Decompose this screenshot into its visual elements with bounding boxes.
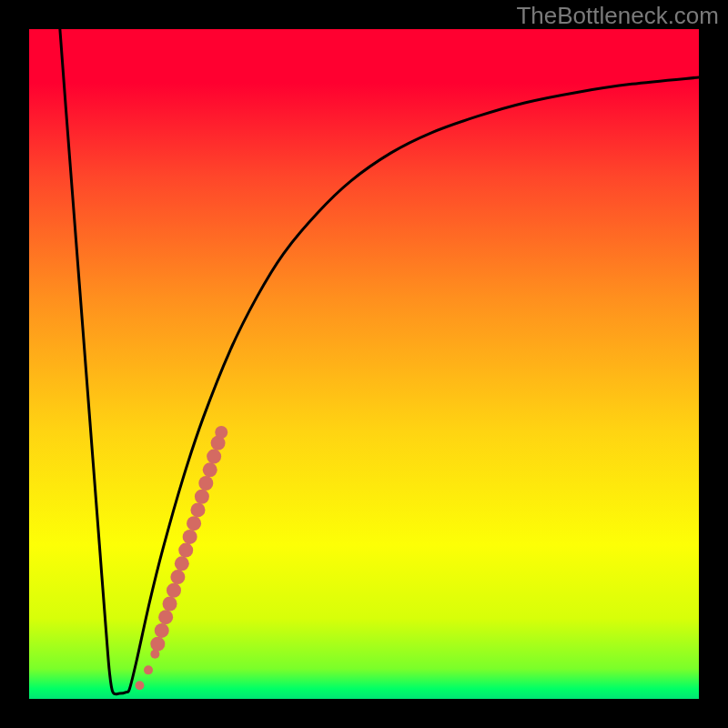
marker-point bbox=[195, 490, 209, 504]
marker-point bbox=[207, 450, 221, 464]
marker-point bbox=[187, 516, 201, 531]
marker-point bbox=[158, 610, 173, 624]
marker-point bbox=[198, 476, 213, 490]
marker-point bbox=[215, 426, 228, 439]
marker-point bbox=[170, 570, 185, 584]
marker-point bbox=[183, 530, 197, 544]
plot-background bbox=[29, 29, 699, 699]
marker-point bbox=[150, 637, 165, 652]
marker-point bbox=[203, 462, 217, 477]
marker-point bbox=[175, 556, 189, 571]
marker-point bbox=[190, 502, 205, 517]
watermark-text: TheBottleneck.com bbox=[516, 2, 719, 30]
marker-point bbox=[167, 583, 181, 598]
marker-point bbox=[163, 596, 177, 611]
chart-svg bbox=[0, 0, 728, 728]
marker-point bbox=[135, 681, 144, 690]
marker-point bbox=[144, 665, 153, 674]
bottleneck-chart: TheBottleneck.com bbox=[0, 0, 728, 728]
marker-point bbox=[155, 623, 169, 638]
marker-point bbox=[178, 543, 193, 558]
